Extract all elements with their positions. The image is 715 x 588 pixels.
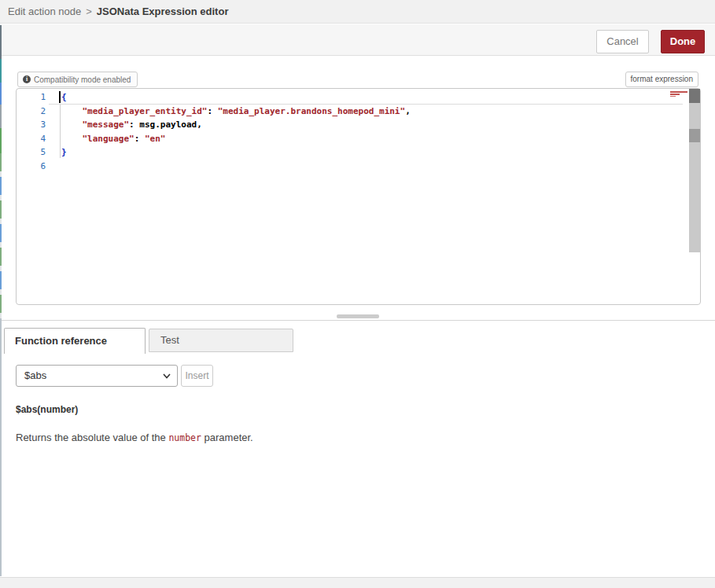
background-edge-strip xyxy=(0,59,2,83)
line-number: 3 xyxy=(17,118,49,132)
function-select[interactable]: $abs xyxy=(16,365,178,387)
text-cursor xyxy=(59,91,61,103)
info-icon: i xyxy=(23,75,31,83)
line-number: 5 xyxy=(17,145,49,160)
code-text[interactable] xyxy=(49,160,683,174)
description-text: Returns the absolute value of the xyxy=(16,432,168,443)
chevron-down-icon xyxy=(163,373,171,379)
scrollbar-thumb[interactable] xyxy=(689,89,700,103)
description-code-ref: number xyxy=(168,432,201,443)
scroll-annotation-marks xyxy=(670,90,691,97)
panel-resize-handle[interactable] xyxy=(0,312,715,321)
breadcrumb-separator: > xyxy=(86,6,92,17)
jsonata-expression-editor-dialog: Edit action node > JSONata Expression ed… xyxy=(0,0,715,588)
code-line[interactable]: 6 xyxy=(17,160,700,174)
code-line[interactable]: 1{ xyxy=(17,90,700,105)
background-edge-strip xyxy=(0,153,2,318)
format-expression-button[interactable]: format expression xyxy=(625,72,698,87)
resize-grip[interactable] xyxy=(337,314,379,318)
description-text-suffix: parameter. xyxy=(201,432,253,443)
background-edge-strip xyxy=(0,105,2,128)
background-edge-strip xyxy=(0,318,2,576)
code-line[interactable]: 3 "message": msg.payload, xyxy=(17,118,700,132)
done-button[interactable]: Done xyxy=(661,30,705,53)
function-signature: $abs(number) xyxy=(16,404,78,415)
code-text[interactable]: } xyxy=(49,145,683,160)
line-number: 1 xyxy=(17,90,49,105)
scrollbar-thumb-secondary[interactable] xyxy=(689,129,700,142)
line-number: 4 xyxy=(17,132,49,146)
function-select-value: $abs xyxy=(24,369,46,381)
line-number: 6 xyxy=(17,160,49,174)
indent-guide xyxy=(60,105,61,158)
compatibility-mode-badge: i Compatibility mode enabled xyxy=(17,72,138,87)
cancel-button[interactable]: Cancel xyxy=(596,30,649,53)
line-number: 2 xyxy=(17,105,49,119)
code-line[interactable]: 2 "media_player_entity_id": "media_playe… xyxy=(17,105,700,119)
function-description: Returns the absolute value of the number… xyxy=(16,432,253,443)
background-edge-strip xyxy=(0,128,2,153)
editor-scrollbar[interactable] xyxy=(689,89,700,252)
background-edge-strip xyxy=(0,25,2,59)
code-line[interactable]: 4 "language": "en" xyxy=(17,132,700,146)
tab-test[interactable]: Test xyxy=(149,329,293,352)
code-text[interactable]: { xyxy=(49,90,683,105)
breadcrumb: Edit action node > JSONata Expression ed… xyxy=(0,0,715,24)
background-edge-strip xyxy=(0,83,2,105)
code-text[interactable]: "media_player_entity_id": "media_player.… xyxy=(49,105,683,119)
footer-bar xyxy=(0,577,715,588)
dialog-toolbar: Cancel Done xyxy=(0,24,715,56)
compatibility-mode-label: Compatibility mode enabled xyxy=(34,75,131,84)
code-editor[interactable]: 1{2 "media_player_entity_id": "media_pla… xyxy=(16,88,701,305)
code-text[interactable]: "message": msg.payload, xyxy=(49,118,683,132)
tab-function-reference[interactable]: Function reference xyxy=(4,328,146,354)
code-line[interactable]: 5} xyxy=(17,145,700,160)
code-lines: 1{2 "media_player_entity_id": "media_pla… xyxy=(17,90,700,173)
insert-button[interactable]: Insert xyxy=(181,365,213,387)
code-text[interactable]: "language": "en" xyxy=(49,132,683,146)
page-title: JSONata Expression editor xyxy=(97,6,229,17)
breadcrumb-parent[interactable]: Edit action node xyxy=(8,6,81,17)
